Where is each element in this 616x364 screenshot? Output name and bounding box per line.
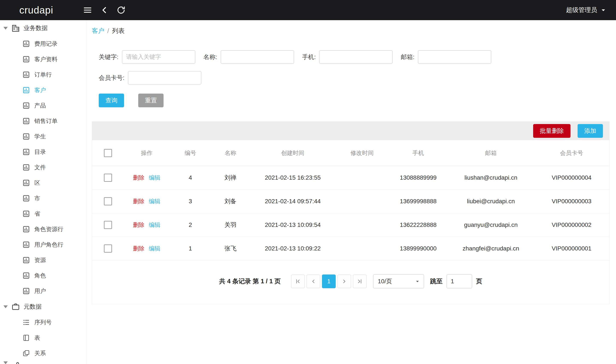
refresh-icon[interactable] <box>114 3 128 17</box>
sidebar-item-label: 序列号 <box>34 318 52 326</box>
bar-chart-icon <box>22 195 30 202</box>
cell-phone: 13899990000 <box>388 237 448 260</box>
user-menu[interactable]: 超级管理员 <box>566 6 607 14</box>
sidebar-item[interactable]: 表 <box>0 330 86 346</box>
sidebar-item[interactable]: 订单行 <box>0 67 86 82</box>
keyword-input[interactable] <box>122 50 195 64</box>
delete-link[interactable]: 删除 <box>133 198 144 205</box>
name-input[interactable] <box>221 50 294 64</box>
column-header: 手机 <box>388 140 448 166</box>
expand-arrow-icon <box>3 305 8 308</box>
sidebar-item-label: 目录 <box>34 148 46 156</box>
sidebar-item-label: 用户角色行 <box>34 241 63 248</box>
cell-modified <box>336 166 388 190</box>
sidebar-item[interactable]: 关系 <box>0 346 86 361</box>
page-size-select[interactable]: 10/页 <box>373 274 424 288</box>
delete-link[interactable]: 删除 <box>133 245 144 252</box>
delete-link[interactable]: 删除 <box>133 222 144 228</box>
sidebar-item-label: 角色 <box>34 272 46 279</box>
table-row: 删除编辑4刘禅2021-02-15 16:23:5513088889999liu… <box>92 166 609 190</box>
delete-link[interactable]: 删除 <box>133 174 144 181</box>
breadcrumb: 客户 / 列表 <box>92 26 610 35</box>
cell-created: 2021-02-15 16:23:55 <box>250 166 336 190</box>
jump-label: 跳至 <box>430 277 443 286</box>
topbar: crudapi 超级管理员 <box>0 0 616 20</box>
bar-chart-icon <box>22 241 30 248</box>
bar-chart-icon <box>22 86 30 94</box>
sidebar-group-header[interactable]: 业务数据 <box>0 20 86 36</box>
table-card: 批量删除 添加 操作编号名称创建时间修改时间手机邮箱会员卡号 删除编辑4刘禅20… <box>92 121 610 304</box>
email-label: 邮箱: <box>401 53 414 61</box>
phone-input[interactable] <box>319 50 393 64</box>
card-input[interactable] <box>128 71 201 85</box>
menu-icon[interactable] <box>81 3 94 17</box>
row-checkbox[interactable] <box>104 197 112 205</box>
sidebar-item[interactable]: 用户角色行 <box>0 237 86 252</box>
edit-link[interactable]: 编辑 <box>149 198 160 205</box>
cell-card: VIP000000002 <box>534 213 609 237</box>
sidebar-item[interactable]: 产品 <box>0 98 86 113</box>
cell-email: zhangfei@crudapi.cn <box>448 237 534 260</box>
table-row: 删除编辑3刘备2021-02-14 09:57:4413699998888liu… <box>92 190 609 213</box>
last-page-button[interactable] <box>353 274 367 288</box>
sidebar-item[interactable]: 目录 <box>0 144 86 160</box>
company-icon <box>11 24 20 33</box>
cell-created: 2021-02-14 09:57:44 <box>250 190 336 213</box>
table-toolbar: 批量删除 添加 <box>92 122 609 140</box>
card-label: 会员卡号: <box>99 74 125 82</box>
sidebar-item-label: 关系 <box>34 349 46 357</box>
cell-name: 刘备 <box>211 190 250 213</box>
column-header: 修改时间 <box>336 140 388 166</box>
filter-keyword: 关键字: <box>99 50 195 64</box>
cell-name: 关羽 <box>211 213 250 237</box>
prev-page-button[interactable] <box>307 274 320 288</box>
batch-delete-button[interactable]: 批量删除 <box>533 124 570 138</box>
next-page-button[interactable] <box>337 274 351 288</box>
select-all-checkbox[interactable] <box>104 149 112 157</box>
sidebar-item[interactable]: 客户 <box>0 82 86 98</box>
page-size-value: 10/页 <box>378 277 392 286</box>
sidebar-item[interactable]: 客户资料 <box>0 52 86 67</box>
table-row: 删除编辑1张飞2021-02-13 10:09:2213899990000zha… <box>92 237 609 260</box>
sidebar-item[interactable]: 学生 <box>0 129 86 144</box>
cell-card: VIP000000004 <box>534 166 609 190</box>
back-icon[interactable] <box>97 3 111 17</box>
bar-chart-icon <box>22 102 30 109</box>
sidebar-item[interactable]: 序列号 <box>0 315 86 330</box>
bar-chart-icon <box>22 164 30 171</box>
sidebar-item-label: 角色资源行 <box>34 225 63 233</box>
row-checkbox[interactable] <box>104 174 112 182</box>
column-header: 名称 <box>211 140 250 166</box>
bar-chart-icon <box>22 256 30 264</box>
edit-link[interactable]: 编辑 <box>149 245 160 252</box>
sidebar-item[interactable]: 省 <box>0 206 86 221</box>
jump-page-input[interactable] <box>447 274 472 288</box>
reset-button[interactable]: 重置 <box>138 94 164 107</box>
add-button[interactable]: 添加 <box>578 124 603 138</box>
sidebar-group-label: 业务数据 <box>24 24 48 32</box>
column-header: 创建时间 <box>250 140 336 166</box>
sidebar-item[interactable]: 角色 <box>0 268 86 283</box>
current-page-button[interactable]: 1 <box>322 274 336 288</box>
edit-link[interactable]: 编辑 <box>149 222 160 228</box>
first-page-button[interactable] <box>291 274 305 288</box>
sidebar-item[interactable]: 资源 <box>0 252 86 268</box>
sidebar-item[interactable]: 用户 <box>0 283 86 299</box>
sidebar-item[interactable]: 角色资源行 <box>0 221 86 237</box>
email-input[interactable] <box>418 50 491 64</box>
search-button[interactable]: 查询 <box>99 94 124 107</box>
app-logo[interactable]: crudapi <box>19 4 53 16</box>
sidebar-item[interactable]: 市 <box>0 191 86 206</box>
sidebar-item[interactable]: 销售订单 <box>0 113 86 129</box>
sidebar-group-header[interactable]: 元数据 <box>0 299 86 315</box>
filter-form: 关键字: 名称: 手机: 邮箱: 会员卡号: <box>92 50 610 107</box>
row-checkbox[interactable] <box>104 221 112 229</box>
sidebar-item[interactable]: 区 <box>0 175 86 191</box>
sidebar-item[interactable]: 文件 <box>0 160 86 175</box>
edit-link[interactable]: 编辑 <box>149 174 160 181</box>
sidebar-item[interactable]: 费用记录 <box>0 36 86 52</box>
sidebar-group-partial[interactable] <box>0 361 86 364</box>
row-checkbox[interactable] <box>104 245 112 253</box>
breadcrumb-customer-link[interactable]: 客户 <box>92 26 104 35</box>
caret-down-icon <box>414 278 421 285</box>
